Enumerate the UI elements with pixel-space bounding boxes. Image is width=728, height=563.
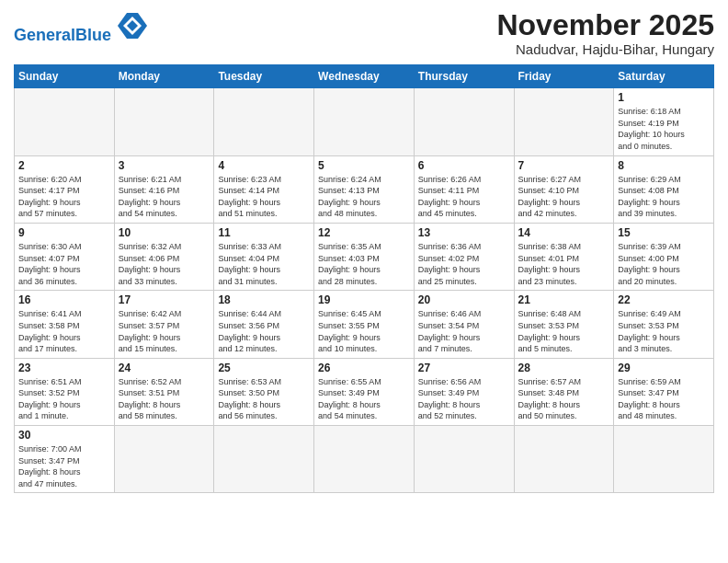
calendar-subtitle: Nadudvar, Hajdu-Bihar, Hungary (496, 41, 714, 57)
day-info: Sunrise: 6:29 AM Sunset: 4:08 PM Dayligh… (618, 174, 710, 220)
day-number: 27 (418, 362, 510, 374)
day-info: Sunrise: 6:53 AM Sunset: 3:50 PM Dayligh… (218, 376, 310, 422)
day-number: 15 (618, 226, 710, 239)
day-number: 14 (518, 226, 610, 239)
logo-text: GeneralBlue (14, 15, 147, 44)
day-info: Sunrise: 6:48 AM Sunset: 3:53 PM Dayligh… (518, 308, 610, 354)
day-info: Sunrise: 6:45 AM Sunset: 3:55 PM Dayligh… (318, 308, 410, 354)
table-row: 23Sunrise: 6:51 AM Sunset: 3:52 PM Dayli… (15, 358, 115, 425)
header-thursday: Thursday (414, 65, 514, 88)
table-row: 30Sunrise: 7:00 AM Sunset: 3:47 PM Dayli… (15, 426, 115, 493)
logo-general: General (14, 26, 75, 44)
day-info: Sunrise: 6:52 AM Sunset: 3:51 PM Dayligh… (119, 376, 210, 422)
page: GeneralBlue November 2025 Nadudvar, Hajd… (0, 0, 728, 563)
calendar-title: November 2025 (496, 9, 714, 41)
day-info: Sunrise: 6:41 AM Sunset: 3:58 PM Dayligh… (18, 308, 110, 354)
calendar-row-0: 1Sunrise: 6:18 AM Sunset: 4:19 PM Daylig… (15, 88, 714, 155)
day-info: Sunrise: 6:44 AM Sunset: 3:56 PM Dayligh… (218, 308, 310, 354)
table-row: 17Sunrise: 6:42 AM Sunset: 3:57 PM Dayli… (114, 291, 214, 358)
table-row: 19Sunrise: 6:45 AM Sunset: 3:55 PM Dayli… (314, 291, 415, 358)
day-number: 10 (119, 226, 210, 239)
table-row (514, 88, 614, 155)
table-row (414, 426, 514, 493)
table-row (314, 426, 415, 493)
day-number: 13 (418, 226, 510, 239)
table-row: 27Sunrise: 6:56 AM Sunset: 3:49 PM Dayli… (414, 358, 514, 425)
day-number: 9 (18, 226, 110, 239)
table-row: 5Sunrise: 6:24 AM Sunset: 4:13 PM Daylig… (314, 155, 415, 223)
header-wednesday: Wednesday (314, 65, 415, 88)
title-block: November 2025 Nadudvar, Hajdu-Bihar, Hun… (496, 9, 714, 57)
table-row (114, 88, 214, 155)
day-info: Sunrise: 6:35 AM Sunset: 4:03 PM Dayligh… (318, 241, 410, 287)
day-info: Sunrise: 6:39 AM Sunset: 4:00 PM Dayligh… (618, 241, 710, 287)
table-row: 14Sunrise: 6:38 AM Sunset: 4:01 PM Dayli… (514, 223, 614, 290)
day-info: Sunrise: 6:32 AM Sunset: 4:06 PM Dayligh… (119, 241, 210, 287)
table-row: 25Sunrise: 6:53 AM Sunset: 3:50 PM Dayli… (214, 358, 314, 425)
table-row: 29Sunrise: 6:59 AM Sunset: 3:47 PM Dayli… (614, 358, 714, 425)
table-row: 6Sunrise: 6:26 AM Sunset: 4:11 PM Daylig… (414, 155, 514, 223)
day-info: Sunrise: 6:24 AM Sunset: 4:13 PM Dayligh… (318, 174, 410, 220)
day-info: Sunrise: 6:55 AM Sunset: 3:49 PM Dayligh… (318, 376, 410, 422)
table-row: 24Sunrise: 6:52 AM Sunset: 3:51 PM Dayli… (114, 358, 214, 425)
table-row (214, 426, 314, 493)
calendar-row-2: 9Sunrise: 6:30 AM Sunset: 4:07 PM Daylig… (15, 223, 714, 290)
day-info: Sunrise: 6:59 AM Sunset: 3:47 PM Dayligh… (618, 376, 710, 422)
day-number: 6 (418, 159, 510, 172)
table-row: 10Sunrise: 6:32 AM Sunset: 4:06 PM Dayli… (114, 223, 214, 290)
table-row (114, 426, 214, 493)
table-row: 8Sunrise: 6:29 AM Sunset: 4:08 PM Daylig… (614, 155, 714, 223)
table-row: 9Sunrise: 6:30 AM Sunset: 4:07 PM Daylig… (15, 223, 115, 290)
day-number: 18 (218, 293, 310, 306)
calendar-row-3: 16Sunrise: 6:41 AM Sunset: 3:58 PM Dayli… (15, 291, 714, 358)
calendar-row-1: 2Sunrise: 6:20 AM Sunset: 4:17 PM Daylig… (15, 155, 714, 223)
header: GeneralBlue November 2025 Nadudvar, Hajd… (14, 9, 714, 57)
logo-icon (118, 13, 147, 39)
day-number: 20 (418, 293, 510, 306)
table-row: 1Sunrise: 6:18 AM Sunset: 4:19 PM Daylig… (614, 88, 714, 155)
calendar-table: Sunday Monday Tuesday Wednesday Thursday… (14, 64, 714, 493)
table-row (414, 88, 514, 155)
day-number: 19 (318, 293, 410, 306)
day-number: 1 (618, 91, 710, 104)
table-row (15, 88, 115, 155)
day-number: 5 (318, 159, 410, 172)
day-info: Sunrise: 6:38 AM Sunset: 4:01 PM Dayligh… (518, 241, 610, 287)
logo-blue: Blue (75, 26, 111, 44)
day-number: 28 (518, 362, 610, 374)
table-row: 13Sunrise: 6:36 AM Sunset: 4:02 PM Dayli… (414, 223, 514, 290)
table-row: 12Sunrise: 6:35 AM Sunset: 4:03 PM Dayli… (314, 223, 415, 290)
header-saturday: Saturday (614, 65, 714, 88)
day-info: Sunrise: 6:27 AM Sunset: 4:10 PM Dayligh… (518, 174, 610, 220)
table-row: 26Sunrise: 6:55 AM Sunset: 3:49 PM Dayli… (314, 358, 415, 425)
table-row: 4Sunrise: 6:23 AM Sunset: 4:14 PM Daylig… (214, 155, 314, 223)
header-monday: Monday (114, 65, 214, 88)
day-number: 12 (318, 226, 410, 239)
table-row: 20Sunrise: 6:46 AM Sunset: 3:54 PM Dayli… (414, 291, 514, 358)
table-row: 3Sunrise: 6:21 AM Sunset: 4:16 PM Daylig… (114, 155, 214, 223)
day-info: Sunrise: 6:36 AM Sunset: 4:02 PM Dayligh… (418, 241, 510, 287)
table-row: 18Sunrise: 6:44 AM Sunset: 3:56 PM Dayli… (214, 291, 314, 358)
day-info: Sunrise: 6:23 AM Sunset: 4:14 PM Dayligh… (218, 174, 310, 220)
table-row (314, 88, 415, 155)
day-number: 7 (518, 159, 610, 172)
header-sunday: Sunday (15, 65, 115, 88)
table-row: 2Sunrise: 6:20 AM Sunset: 4:17 PM Daylig… (15, 155, 115, 223)
day-info: Sunrise: 6:26 AM Sunset: 4:11 PM Dayligh… (418, 174, 510, 220)
table-row (514, 426, 614, 493)
table-row: 28Sunrise: 6:57 AM Sunset: 3:48 PM Dayli… (514, 358, 614, 425)
day-info: Sunrise: 6:57 AM Sunset: 3:48 PM Dayligh… (518, 376, 610, 422)
day-info: Sunrise: 6:18 AM Sunset: 4:19 PM Dayligh… (618, 106, 710, 152)
header-tuesday: Tuesday (214, 65, 314, 88)
day-info: Sunrise: 6:20 AM Sunset: 4:17 PM Dayligh… (18, 174, 110, 220)
day-info: Sunrise: 6:46 AM Sunset: 3:54 PM Dayligh… (418, 308, 510, 354)
day-info: Sunrise: 6:56 AM Sunset: 3:49 PM Dayligh… (418, 376, 510, 422)
day-number: 17 (119, 293, 210, 306)
day-number: 23 (18, 362, 110, 374)
day-number: 26 (318, 362, 410, 374)
day-info: Sunrise: 6:21 AM Sunset: 4:16 PM Dayligh… (119, 174, 210, 220)
day-info: Sunrise: 6:51 AM Sunset: 3:52 PM Dayligh… (18, 376, 110, 422)
day-number: 25 (218, 362, 310, 374)
table-row: 7Sunrise: 6:27 AM Sunset: 4:10 PM Daylig… (514, 155, 614, 223)
day-number: 3 (119, 159, 210, 172)
